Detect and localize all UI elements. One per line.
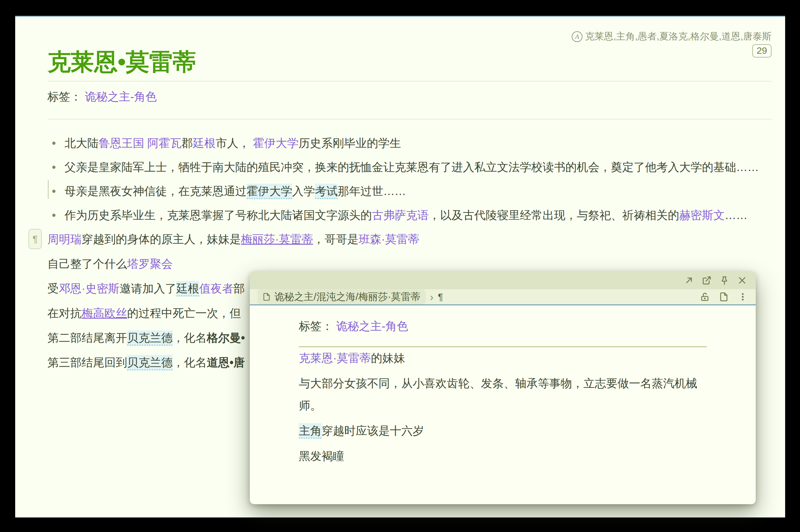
page-title: 克莱恩•莫雷蒂 [48,45,771,78]
block-marker-badge[interactable]: ¶ [29,229,42,249]
fact-list: 北大陆鲁恩王国 阿霍瓦郡廷根市人， 霍伊大学历史系刚毕业的学生 父亲是皇家陆军上… [48,132,771,226]
internal-link[interactable]: 古弗萨克语 [372,209,429,222]
text-segment: 的妹妹 [371,352,405,364]
internal-link[interactable]: 克莱恩·莫雷蒂 [299,352,371,364]
block-reference-pilcrow: ¶ [438,291,443,302]
internal-link[interactable]: 赫密斯文 [679,209,725,222]
internal-link[interactable]: 梅高欧丝 [81,307,127,320]
internal-link[interactable]: 鲁恩王国 [99,136,144,150]
internal-link[interactable]: 霍伊大学 [253,136,298,150]
text-segment: 受 [48,282,59,295]
tag-link[interactable]: 诡秘之主-角色 [336,320,408,332]
text-segment: 黑发褐瞳 [299,450,345,462]
highlighted-term: 霍伊大学 [247,184,292,199]
list-item: 北大陆鲁恩王国 阿霍瓦郡廷根市人， 霍伊大学历史系刚毕业的学生 [48,132,771,154]
paragraph: 主角穿越时应该是十六岁 [299,420,707,442]
text-segment: 母亲是黑夜女神信徒，在克莱恩通过 [64,185,247,197]
tags-label: 标签： [299,320,333,332]
highlighted-term: 主角 [299,423,321,439]
list-item: 作为历史系毕业生，克莱恩掌握了号称北大陆诸国文字源头的古弗萨克语，以及古代陵寝里… [48,204,771,226]
more-options-icon[interactable] [738,291,748,302]
tags-label: 标签： [48,90,81,103]
text-segment: 那年过世…… [338,185,406,197]
chevron-right-icon: › [430,291,433,303]
highlighted-term: 贝克兰德 [127,355,173,370]
internal-link[interactable]: 值夜者 [199,282,234,295]
paragraph: 与大部分女孩不同，从小喜欢齿轮、发条、轴承等事物，立志要做一名蒸汽机械师。 [299,373,707,417]
internal-link[interactable]: 周明瑞 [48,233,81,246]
text-segment: 作为历史系毕业生，克莱恩掌握了号称北大陆诸国文字源头的 [64,209,372,222]
highlighted-term: 廷根 [176,281,199,297]
internal-link[interactable]: 班森·莫雷蒂 [358,233,419,246]
text-segment: 穿越时应该是十六岁 [321,424,424,437]
popup-note-content: 标签：诡秘之主-角色 克莱恩·莫雷蒂的妹妹 与大部分女孩不同，从小喜欢齿轮、发条… [250,305,756,504]
paragraph: 克莱恩·莫雷蒂的妹妹 [299,347,707,369]
text-segment: ，以及古代陵寝里经常出现，与祭祀、祈祷相关的 [429,209,679,222]
tags-line: 标签：诡秘之主-角色 [299,318,707,335]
text-segment: …… [725,209,747,222]
popup-crumb-actions [700,291,748,302]
text-segment: 与大部分女孩不同，从小喜欢齿轮、发条、轴承等事物，立志要做一名蒸汽机械师。 [299,377,697,412]
text-segment: 在对抗 [48,307,81,320]
screen-background: { "colors": { "accent_green": "#4aa00c",… [0,0,800,532]
internal-link[interactable]: 塔罗聚会 [127,257,173,270]
text-segment: 郡 [182,136,193,150]
text-segment: 邀请加入了 [119,282,176,295]
open-link-arrow-icon[interactable] [684,275,694,286]
list-item: 母亲是黑夜女神信徒，在克莱恩通过霍伊大学入学考试那年过世…… [48,180,771,202]
text-segment: 市人， [216,136,253,150]
pin-icon[interactable] [719,275,730,286]
list-item: 父亲是皇家陆军上士，牺牲于南大陆的殖民冲突，换来的抚恤金让克莱恩有了进入私立文法… [48,156,771,178]
text-segment: 的过程中死亡一次，但 [127,307,241,320]
hover-preview-popup: 诡秘之主/混沌之海/梅丽莎·莫雷蒂 › ¶ 标签：诡秘之主-角色 克 [250,271,756,504]
text-segment: ，哥哥是 [313,233,358,246]
paragraph: ¶ 周明瑞穿越到的身体的原主人，妹妹是梅丽莎·莫雷蒂，哥哥是班森·莫雷蒂 [48,228,771,250]
document-icon [262,293,271,301]
internal-link[interactable]: 廷根 [193,136,216,150]
open-in-new-window-icon[interactable] [701,275,712,286]
breadcrumb[interactable]: 诡秘之主/混沌之海/梅丽莎·莫雷蒂 [257,289,426,304]
internal-link[interactable]: 梅丽莎·莫雷蒂 [241,233,313,246]
text-segment: 第三部结尾回到 [48,356,127,369]
document-icon[interactable] [719,291,729,302]
divider [48,119,771,119]
tag-link[interactable]: 诡秘之主-角色 [85,90,157,103]
tags-line: 标签：诡秘之主-角色 [48,89,771,105]
note-reading-view: A 克莱恩,主角,愚者,夏洛克,格尔曼,道恩,唐泰斯 29 克莱恩•莫雷蒂 标签… [15,16,785,517]
highlighted-term: 考试 [315,184,338,199]
close-icon[interactable] [737,275,747,286]
text-segment: 历史系刚毕业的学生 [298,136,401,150]
breadcrumb-path: 诡秘之主/混沌之海/梅丽莎·莫雷蒂 [275,290,421,303]
unlock-icon[interactable] [700,291,710,302]
text-segment: 父亲是皇家陆军上士，牺牲于南大陆的殖民冲突，换来的抚恤金让克莱恩有了进入私立文法… [64,160,759,173]
text-segment: 北大陆 [64,136,99,150]
text-segment: 部 [234,282,245,295]
internal-link[interactable]: 阿霍瓦 [147,136,182,150]
text-segment: 穿越到的身体的原主人，妹妹是 [81,233,241,246]
text-segment [144,136,147,150]
paragraph: 黑发褐瞳 [299,445,707,467]
text-segment: 入学 [292,185,315,197]
bold-text: 道恩•唐 [207,356,245,369]
popup-breadcrumb-bar: 诡秘之主/混沌之海/梅丽莎·莫雷蒂 › ¶ [250,289,756,305]
text-segment: 第二部结尾离开 [48,331,127,344]
bold-text: 格尔曼• [207,331,245,344]
highlighted-term: 贝克兰德 [127,330,173,346]
text-segment: ，化名 [173,331,207,344]
divider [48,81,771,81]
text-segment: 自己整了个什么 [48,257,127,270]
text-segment: ，化名 [173,356,207,369]
internal-link[interactable]: 邓恩·史密斯 [59,282,119,295]
popup-titlebar [250,271,756,289]
